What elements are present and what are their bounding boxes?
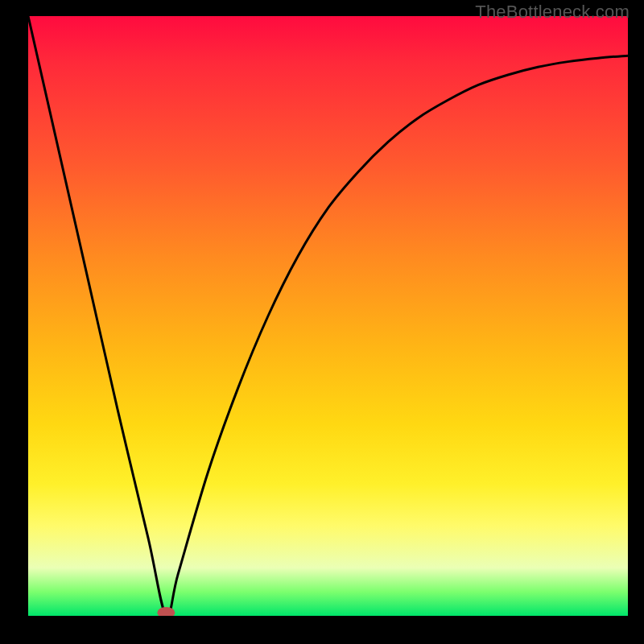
plot-area bbox=[28, 16, 628, 616]
bottleneck-curve bbox=[28, 16, 628, 616]
chart-frame: TheBottleneck.com bbox=[0, 0, 644, 644]
watermark-text: TheBottleneck.com bbox=[475, 2, 630, 23]
curve-line bbox=[28, 16, 628, 616]
minimum-marker bbox=[157, 607, 175, 616]
